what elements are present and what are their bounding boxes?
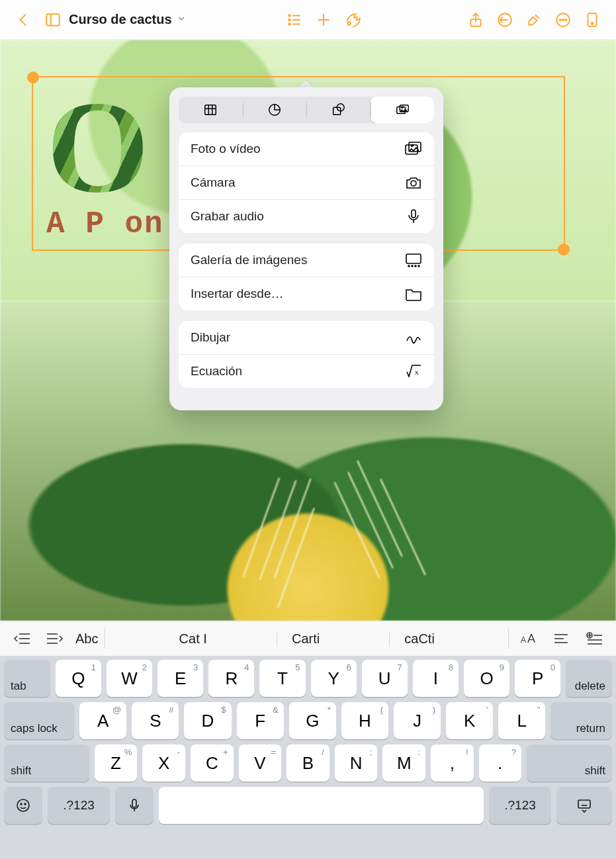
key-Q[interactable]: 1Q — [56, 660, 101, 697]
key-space[interactable] — [159, 787, 484, 824]
key-Y[interactable]: 6Y — [311, 660, 357, 697]
key-numbers-right[interactable]: .?123 — [489, 787, 551, 824]
key-R[interactable]: 4R — [208, 660, 254, 697]
scribble-icon — [405, 330, 422, 345]
suggestion-3[interactable]: caCti — [389, 631, 449, 647]
key-I[interactable]: 8I — [413, 660, 459, 697]
tab-media[interactable] — [371, 97, 435, 123]
align-icon[interactable] — [546, 625, 576, 652]
svg-point-32 — [412, 145, 414, 147]
keyboard-row-4: .?123 .?123 — [4, 787, 612, 824]
svg-point-37 — [408, 265, 410, 267]
tab-tables[interactable] — [179, 97, 243, 123]
list-view-button[interactable] — [282, 7, 307, 32]
key-comma[interactable]: !, — [431, 745, 474, 782]
key-shift-left[interactable]: shift — [4, 745, 89, 782]
text-size-icon[interactable]: AA — [513, 625, 543, 652]
key-K[interactable]: 'K — [446, 702, 493, 739]
share-button[interactable] — [463, 7, 488, 32]
key-F[interactable]: &F — [237, 702, 284, 739]
key-C[interactable]: +C — [191, 745, 234, 782]
insert-button[interactable] — [311, 7, 336, 32]
photo-video-icon — [405, 142, 422, 156]
svg-text:x: x — [415, 368, 419, 376]
svg-rect-34 — [412, 210, 416, 218]
menu-equation[interactable]: Ecuación x — [179, 354, 434, 388]
back-button[interactable] — [11, 7, 36, 32]
key-dictation[interactable] — [115, 787, 154, 824]
more-button[interactable] — [550, 7, 576, 32]
key-tab[interactable]: tab — [4, 660, 50, 697]
key-U[interactable]: 7U — [362, 660, 408, 697]
menu-draw[interactable]: Dibujar — [179, 321, 434, 354]
svg-text:A: A — [521, 635, 526, 645]
key-caps-lock[interactable]: caps lock — [4, 702, 74, 739]
insert-inline-icon[interactable] — [579, 625, 609, 652]
document-options-button[interactable] — [580, 7, 605, 32]
key-period[interactable]: ?. — [479, 745, 522, 782]
key-D[interactable]: $D — [184, 702, 231, 739]
document-canvas[interactable]: O ti A P on Foto o vídeo — [0, 40, 616, 621]
keyboard-row-2: caps lock @A #S $D &F *G (H )J 'K "L ret… — [4, 702, 612, 739]
menu-insert-from[interactable]: Insertar desde… — [179, 277, 434, 310]
svg-point-59 — [17, 799, 29, 811]
key-T[interactable]: 5T — [259, 660, 305, 697]
key-P[interactable]: 0P — [515, 660, 560, 697]
key-V[interactable]: =V — [239, 745, 282, 782]
svg-point-38 — [412, 265, 413, 267]
key-emoji[interactable] — [4, 787, 42, 824]
key-delete[interactable]: delete — [566, 660, 612, 697]
key-M[interactable]: :M — [382, 745, 425, 782]
indent-left-icon[interactable] — [7, 625, 37, 652]
key-L[interactable]: "L — [498, 702, 545, 739]
abc-label[interactable]: Abc — [73, 631, 101, 647]
svg-point-39 — [415, 265, 416, 267]
svg-rect-36 — [406, 254, 421, 263]
key-G[interactable]: *G — [289, 702, 336, 739]
key-A[interactable]: @A — [79, 702, 126, 739]
camera-icon — [405, 175, 422, 190]
format-brush-button[interactable] — [521, 7, 547, 32]
collaborate-button[interactable] — [340, 7, 365, 32]
menu-item-label: Cámara — [191, 175, 236, 190]
key-H[interactable]: (H — [341, 702, 388, 739]
key-J[interactable]: )J — [394, 702, 441, 739]
insert-segmented-control — [179, 97, 434, 123]
tab-charts[interactable] — [243, 97, 307, 123]
key-B[interactable]: /B — [286, 745, 330, 782]
key-return[interactable]: return — [550, 702, 612, 739]
indent-right-icon[interactable] — [40, 625, 70, 652]
menu-item-label: Insertar desde… — [191, 287, 283, 301]
key-numbers-left[interactable]: .?123 — [48, 787, 110, 824]
tab-shapes[interactable] — [306, 97, 371, 123]
svg-point-61 — [24, 803, 26, 805]
svg-rect-62 — [132, 799, 136, 807]
key-S[interactable]: #S — [132, 702, 179, 739]
microphone-icon — [405, 209, 422, 224]
toolbar: Curso de cactus — [0, 0, 616, 40]
menu-photo-video[interactable]: Foto o vídeo — [179, 132, 434, 165]
key-X[interactable]: -X — [142, 745, 185, 782]
key-N[interactable]: ;N — [335, 745, 378, 782]
shortcut-bar: Abc Cat I Carti caCti AA — [0, 621, 616, 656]
key-O[interactable]: 9O — [464, 660, 509, 697]
key-E[interactable]: 3E — [157, 660, 203, 697]
suggestion-2[interactable]: Carti — [277, 631, 334, 647]
svg-point-33 — [411, 181, 416, 186]
undo-button[interactable] — [492, 7, 517, 32]
suggestion-1[interactable]: Cat I — [165, 631, 222, 647]
document-title-dropdown[interactable]: Curso de cactus — [69, 12, 187, 27]
key-Z[interactable]: %Z — [95, 745, 138, 782]
key-hide-keyboard[interactable] — [556, 787, 612, 824]
key-W[interactable]: 2W — [107, 660, 152, 697]
svg-text:A: A — [527, 632, 535, 645]
svg-point-2 — [288, 15, 290, 17]
sidebar-toggle-button[interactable] — [40, 7, 66, 32]
menu-record-audio[interactable]: Grabar audio — [179, 199, 434, 233]
key-shift-right[interactable]: shift — [527, 745, 612, 782]
menu-camera[interactable]: Cámara — [179, 165, 434, 199]
insert-popover: Foto o vídeo Cámara Grabar audio Gal — [169, 87, 443, 410]
menu-image-gallery[interactable]: Galería de imágenes — [179, 244, 434, 277]
menu-group-3: Dibujar Ecuación x — [179, 321, 434, 388]
menu-group-2: Galería de imágenes Insertar desde… — [179, 244, 434, 310]
